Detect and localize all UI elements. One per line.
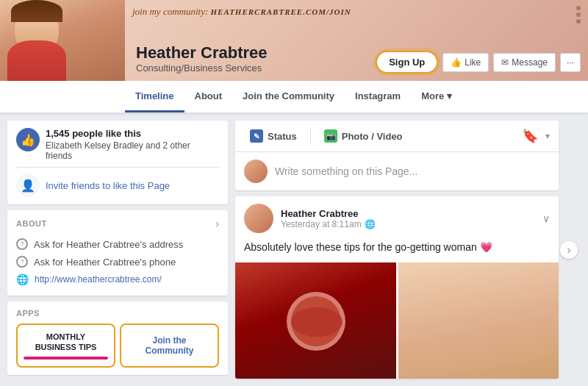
globe-icon: 🌐: [16, 274, 29, 285]
write-input[interactable]: Write something on this Page...: [275, 165, 550, 177]
content-area: ✎ Status 📷 Photo / Video 🔖 ▾ Write somet…: [235, 121, 559, 379]
tab-timeline[interactable]: Timeline: [125, 81, 184, 112]
post-box-header: ✎ Status 📷 Photo / Video 🔖 ▾: [235, 121, 559, 152]
invite-link[interactable]: Invite friends to like this Page: [46, 180, 170, 191]
main-content: 👍 1,545 people like this Elizabeth Kelse…: [0, 113, 588, 386]
photo-video-button[interactable]: 📷 Photo / Video: [318, 126, 409, 146]
about-website[interactable]: 🌐 http://www.heathercrabtree.com/: [16, 271, 219, 288]
about-phone[interactable]: ? Ask for Heather Crabtree's phone: [16, 253, 219, 271]
more-options-button[interactable]: ···: [560, 53, 581, 72]
apps-card: APPS MONTHLYBUSINESS TIPS Join the Commu…: [7, 301, 228, 375]
bookmark-chevron: ▾: [545, 131, 550, 141]
status-button[interactable]: ✎ Status: [244, 126, 303, 146]
likes-section: 👍 1,545 people like this Elizabeth Kelse…: [16, 128, 219, 161]
scroll-area: ›: [566, 121, 581, 379]
join-community-label: Join the Community: [127, 335, 212, 356]
cover-decoration: [576, 6, 581, 24]
person-add-icon: 👤: [16, 174, 40, 197]
website-link[interactable]: http://www.heathercrabtree.com/: [35, 274, 162, 285]
tab-join-community[interactable]: Join the Community: [232, 81, 345, 112]
likes-friends: Elizabeth Kelsey Bradley and 2 other fri…: [46, 140, 219, 161]
question-icon-2: ?: [16, 256, 28, 268]
sidebar: 👍 1,545 people like this Elizabeth Kelse…: [7, 121, 228, 379]
post-timestamp: Yesterday at 8:11am 🌐: [281, 219, 376, 229]
tab-instagram[interactable]: Instagram: [345, 81, 411, 112]
about-address[interactable]: ? Ask for Heather Crabtree's address: [16, 235, 219, 253]
post-image-tea[interactable]: [235, 262, 396, 379]
about-header: ABOUT ›: [16, 218, 219, 229]
monthly-tips-label: MONTHLYBUSINESS TIPS: [35, 332, 97, 353]
invite-section: 👤 Invite friends to like this Page: [16, 167, 219, 197]
likes-count: 1,545 people like this: [46, 128, 219, 139]
post-card: Heather Crabtree Yesterday at 8:11am 🌐 ∨…: [235, 196, 559, 379]
profile-category: Consulting/Business Services: [136, 62, 268, 74]
divider: [310, 129, 311, 143]
message-button[interactable]: ✉ Message: [493, 53, 556, 72]
apps-title: APPS: [16, 309, 40, 318]
post-text: Absolutely love these tips for the go-ge…: [235, 237, 559, 262]
monthly-tips-app[interactable]: MONTHLYBUSINESS TIPS: [16, 324, 115, 368]
signup-button[interactable]: Sign Up: [376, 51, 438, 74]
app-stripe: [24, 357, 108, 360]
cover-tagline: join my community: HEATHERCRABTREE.COM/J…: [132, 6, 351, 18]
like-button[interactable]: 👍 Like: [442, 53, 489, 72]
writer-avatar: [244, 160, 268, 183]
message-icon: ✉: [501, 57, 509, 68]
about-card: ABOUT › ? Ask for Heather Crabtree's add…: [7, 210, 228, 296]
tab-more[interactable]: More ▾: [411, 81, 462, 112]
status-icon: ✎: [250, 129, 263, 143]
status-label: Status: [268, 131, 297, 142]
post-author-avatar: [244, 204, 273, 233]
post-image-woman[interactable]: +3: [397, 262, 559, 379]
post-options-chevron[interactable]: ∨: [542, 212, 550, 224]
globe-small-icon: 🌐: [365, 219, 376, 229]
photo-icon: 📷: [324, 129, 337, 143]
navigation-tabs: Timeline About Join the Community Instag…: [0, 81, 588, 113]
likes-icon: 👍: [16, 128, 40, 151]
post-images: 🎀 +3: [235, 262, 559, 379]
about-arrow-icon[interactable]: ›: [215, 218, 219, 229]
thumbs-up-icon: 👍: [451, 57, 462, 68]
write-area: Write something on this Page...: [235, 152, 559, 190]
bookmark-icon: 🔖: [522, 128, 538, 144]
tab-about[interactable]: About: [184, 81, 233, 112]
profile-name: Heather Crabtree: [136, 43, 268, 62]
post-box: ✎ Status 📷 Photo / Video 🔖 ▾ Write somet…: [235, 121, 559, 190]
header-actions: Sign Up 👍 Like ✉ Message ···: [376, 51, 581, 74]
photo-label: Photo / Video: [342, 131, 403, 142]
likes-card: 👍 1,545 people like this Elizabeth Kelse…: [7, 121, 228, 204]
post-author-name[interactable]: Heather Crabtree: [281, 208, 376, 219]
join-community-app[interactable]: Join the Community: [120, 324, 219, 368]
scroll-right-button[interactable]: ›: [560, 241, 578, 259]
profile-info: Heather Crabtree Consulting/Business Ser…: [136, 43, 268, 74]
apps-header: APPS: [16, 309, 219, 318]
about-title: ABOUT: [16, 219, 47, 228]
apps-grid: MONTHLYBUSINESS TIPS Join the Community: [16, 324, 219, 368]
post-header: Heather Crabtree Yesterday at 8:11am 🌐 ∨: [235, 196, 559, 237]
question-icon: ?: [16, 238, 28, 250]
cover-photo: join my community: HEATHERCRABTREE.COM/J…: [0, 0, 588, 81]
